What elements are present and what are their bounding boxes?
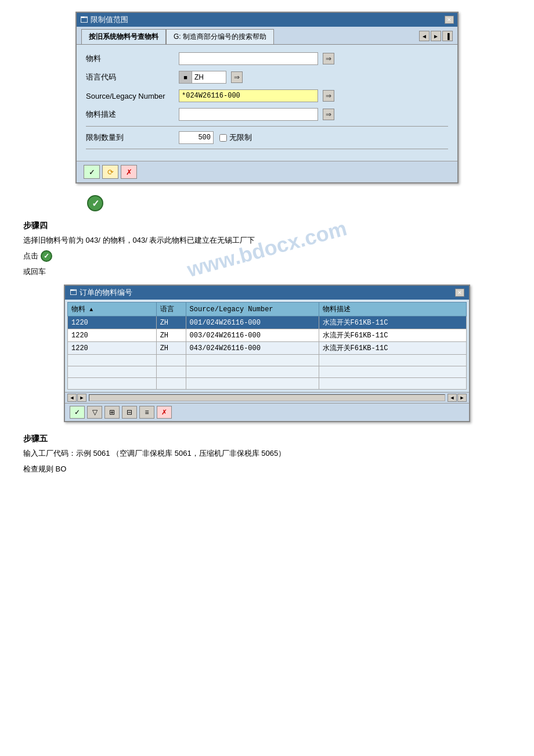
material-table: 物料 ▲ 语言 Source/Legacy Number 物料描述 1220 Z… bbox=[67, 302, 467, 390]
source-legacy-label: Source/Legacy Number bbox=[86, 92, 179, 100]
source-legacy-row: Source/Legacy Number ⇒ bbox=[86, 89, 448, 103]
empty-row bbox=[68, 366, 467, 378]
empty-row bbox=[68, 355, 467, 366]
cell-material-2: 1220 bbox=[68, 329, 157, 342]
cell-lang-2: ZH bbox=[156, 329, 186, 342]
divider2 bbox=[86, 149, 448, 149]
material-input[interactable] bbox=[179, 52, 318, 65]
limit-row: 限制数量到 无限制 bbox=[86, 131, 448, 144]
scroll-right-area: ◄ ► bbox=[448, 394, 467, 402]
step-four-section: www.bdocx.com 步骤四 选择旧物料号前为 043/ 的物料，043/… bbox=[12, 221, 522, 278]
step-five-title: 步骤五 bbox=[23, 434, 511, 444]
cell-desc-2: 水流开关F61KB-11C bbox=[319, 329, 466, 342]
dialog-icon: 🗔 bbox=[80, 15, 88, 24]
tab-legacy-search[interactable]: 按旧系统物料号查物料 bbox=[81, 29, 166, 44]
titlebar-left: 🗔 限制值范围 bbox=[80, 15, 128, 25]
material-desc-label: 物料描述 bbox=[86, 109, 179, 120]
dialog-body: 物料 ⇒ 语言代码 ■ ⇒ Source/Legacy Number ⇒ bbox=[77, 45, 457, 161]
close-button[interactable]: ✕ bbox=[445, 16, 454, 24]
table-body: 1220 ZH 001/024W26116-000 水流开关F61KB-11C … bbox=[68, 316, 467, 390]
tab-list-button[interactable]: ▐ bbox=[442, 31, 453, 41]
cell-desc-1: 水流开关F61KB-11C bbox=[319, 316, 466, 329]
scroll-end-right-button[interactable]: ► bbox=[457, 394, 467, 402]
table-row[interactable]: 1220 ZH 003/024W26116-000 水流开关F61KB-11C bbox=[68, 329, 467, 342]
cell-material-3: 1220 bbox=[68, 342, 157, 355]
check-circle-icon[interactable]: ✓ bbox=[87, 195, 103, 211]
dialog-footer: ✓ ⟳ ✗ bbox=[77, 161, 457, 182]
material-desc-input[interactable] bbox=[179, 108, 318, 121]
lang-prefix-icon: ■ bbox=[179, 71, 192, 84]
scroll-end-left-button[interactable]: ◄ bbox=[448, 394, 457, 402]
empty-row bbox=[68, 378, 467, 390]
step-five-line1: 输入工厂代码：示例 5061 （空调厂非保税库 5061，压缩机厂非保税库 50… bbox=[23, 448, 511, 460]
source-legacy-input[interactable] bbox=[179, 89, 318, 102]
unlimited-checkbox[interactable] bbox=[219, 134, 227, 142]
titlebar-right: ✕ bbox=[445, 16, 454, 24]
material-desc-row: 物料描述 ⇒ bbox=[86, 107, 448, 121]
dialog-title: 限制值范围 bbox=[91, 15, 128, 25]
cancel-button[interactable]: ✗ bbox=[121, 165, 137, 179]
tab-prev-button[interactable]: ◄ bbox=[419, 31, 430, 41]
table-dialog-icon: 🗔 bbox=[70, 288, 77, 297]
language-code-row: 语言代码 ■ ⇒ bbox=[86, 70, 448, 84]
cell-lang-1: ZH bbox=[156, 316, 186, 329]
language-code-wrap: ■ ⇒ bbox=[179, 71, 448, 84]
tab-manufacturer-search[interactable]: G: 制造商部分编号的搜索帮助 bbox=[166, 29, 274, 44]
limit-value-dialog: 🗔 限制值范围 ✕ 按旧系统物料号查物料 G: 制造商部分编号的搜索帮助 ◄ ►… bbox=[75, 12, 459, 183]
material-input-wrap: ⇒ bbox=[179, 52, 448, 65]
table-content: 物料 ▲ 语言 Source/Legacy Number 物料描述 1220 Z… bbox=[65, 300, 469, 392]
cell-lang-3: ZH bbox=[156, 342, 186, 355]
col-header-desc: 物料描述 bbox=[319, 303, 466, 316]
scroll-left-area: ◄ ► bbox=[67, 394, 86, 402]
step-five-section: 步骤五 输入工厂代码：示例 5061 （空调厂非保税库 5061，压缩机厂非保税… bbox=[12, 434, 522, 476]
cell-source-1: 001/024W26116-000 bbox=[186, 316, 319, 329]
step-four-line3: 或回车 bbox=[23, 266, 511, 278]
table-cancel-button[interactable]: ✗ bbox=[157, 406, 172, 419]
confirm-button[interactable]: ✓ bbox=[84, 165, 100, 179]
divider bbox=[86, 126, 448, 127]
unlimited-label: 无限制 bbox=[229, 132, 252, 143]
table-row[interactable]: 1220 ZH 001/024W26116-000 水流开关F61KB-11C bbox=[68, 316, 467, 329]
refresh-button[interactable]: ⟳ bbox=[102, 165, 118, 179]
step-five-line2: 检查规则 BO bbox=[23, 463, 511, 476]
cell-material-1: 1220 bbox=[68, 316, 157, 329]
table-dialog-title-left: 🗔 订单的物料编号 bbox=[70, 287, 132, 298]
language-code-input[interactable] bbox=[192, 71, 226, 84]
table-dialog-titlebar: 🗔 订单的物料编号 ✕ bbox=[65, 286, 469, 300]
scroll-right-button[interactable]: ► bbox=[77, 394, 86, 402]
scroll-left-button[interactable]: ◄ bbox=[67, 394, 77, 402]
source-legacy-arrow-button[interactable]: ⇒ bbox=[323, 90, 334, 102]
material-desc-arrow-button[interactable]: ⇒ bbox=[323, 109, 334, 120]
tab-next-button[interactable]: ► bbox=[431, 31, 441, 41]
table-filter-button[interactable]: ▽ bbox=[87, 406, 102, 419]
table-row[interactable]: 1220 ZH 043/024W26116-000 水流开关F61KB-11C bbox=[68, 342, 467, 355]
col-header-source: Source/Legacy Number bbox=[186, 303, 319, 316]
step-four-line2: 点击 ✓ bbox=[23, 250, 511, 262]
inline-check-icon[interactable]: ✓ bbox=[41, 250, 52, 262]
table-list-button[interactable]: ≡ bbox=[139, 406, 154, 419]
step-four-line1: 选择旧物料号前为 043/ 的物料，043/ 表示此物料已建立在无锡工厂下 bbox=[23, 235, 511, 247]
table-grid1-button[interactable]: ⊞ bbox=[104, 406, 120, 419]
cell-source-3: 043/024W26116-000 bbox=[186, 342, 319, 355]
table-dialog-close-button[interactable]: ✕ bbox=[455, 289, 464, 297]
horizontal-scrollbar[interactable] bbox=[89, 394, 445, 401]
dialog-tabs: 按旧系统物料号查物料 G: 制造商部分编号的搜索帮助 ◄ ► ▐ bbox=[77, 27, 457, 45]
language-code-label: 语言代码 bbox=[86, 72, 179, 82]
cell-source-2: 003/024W26116-000 bbox=[186, 329, 319, 342]
table-confirm-button[interactable]: ✓ bbox=[70, 406, 85, 419]
table-header-row: 物料 ▲ 语言 Source/Legacy Number 物料描述 bbox=[68, 303, 467, 316]
material-arrow-button[interactable]: ⇒ bbox=[323, 53, 334, 64]
cell-desc-3: 水流开关F61KB-11C bbox=[319, 342, 466, 355]
table-grid2-button[interactable]: ⊟ bbox=[122, 406, 137, 419]
col-header-lang: 语言 bbox=[156, 303, 186, 316]
table-scrollbar-row: ◄ ► ◄ ► bbox=[65, 392, 469, 403]
language-arrow-button[interactable]: ⇒ bbox=[231, 71, 243, 83]
table-dialog-title: 订单的物料编号 bbox=[80, 288, 132, 297]
unlimited-wrap: 无限制 bbox=[219, 132, 252, 143]
material-desc-wrap: ⇒ bbox=[179, 108, 448, 121]
check-icon-area: ✓ bbox=[87, 195, 522, 211]
col-header-material: 物料 ▲ bbox=[68, 303, 157, 316]
material-label: 物料 bbox=[86, 53, 179, 64]
step-four-title: 步骤四 bbox=[23, 221, 511, 231]
limit-number-input[interactable] bbox=[179, 131, 214, 144]
